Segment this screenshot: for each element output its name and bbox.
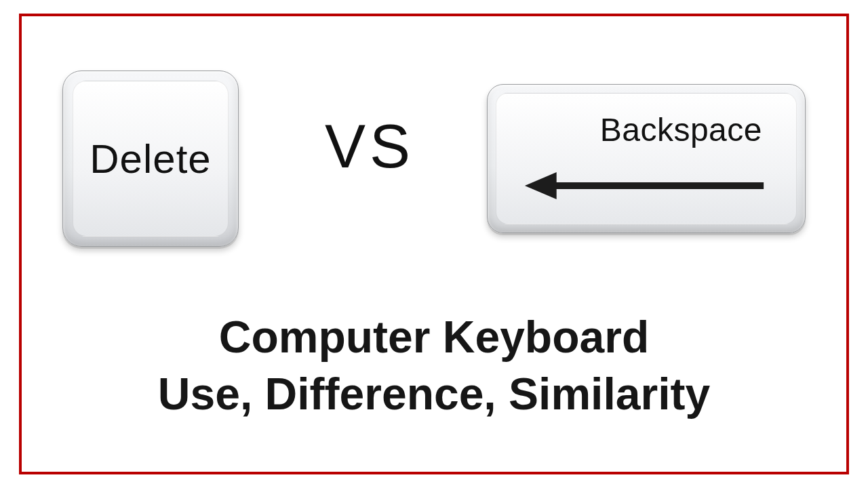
delete-key-face: Delete — [73, 81, 229, 237]
comparison-row: Delete VS Backspace — [62, 64, 806, 253]
backspace-key-label: Backspace — [600, 111, 762, 148]
caption-line-1: Computer Keyboard — [22, 312, 846, 363]
content-frame: Delete VS Backspace Computer Keyboard Us… — [19, 14, 849, 474]
caption-line-2: Use, Difference, Similarity — [22, 369, 846, 420]
svg-marker-1 — [525, 172, 557, 199]
delete-key: Delete — [62, 70, 239, 247]
delete-key-label: Delete — [90, 136, 211, 182]
vs-label: VS — [325, 112, 414, 182]
backspace-key: Backspace — [487, 84, 806, 233]
backspace-key-face: Backspace — [496, 93, 797, 224]
arrow-left-icon — [524, 169, 765, 202]
